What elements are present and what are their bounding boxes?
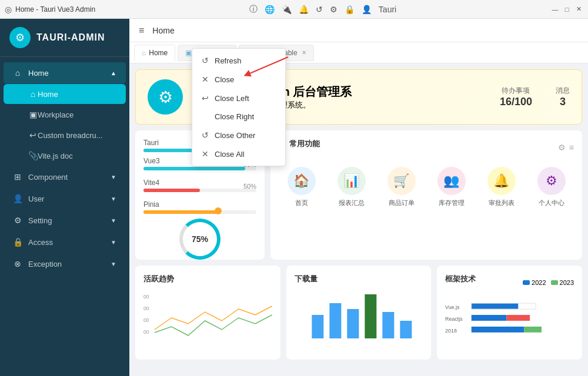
func-approval-icon: 🔔 xyxy=(487,167,516,195)
sidebar-item-exception-left: ⊗ Exception xyxy=(13,259,62,268)
func-home[interactable]: 🏠 首页 xyxy=(288,167,316,207)
menu-item-close-all[interactable]: ✕ Close All xyxy=(192,145,285,163)
hamburger-icon[interactable]: ≡ xyxy=(139,25,144,36)
svg-rect-9 xyxy=(400,321,412,338)
lock-icon[interactable]: 🔒 xyxy=(345,5,355,14)
stat-message-value: 3 xyxy=(556,96,570,108)
circle-progress: 75% xyxy=(179,219,220,260)
banner-icon: ⚙ xyxy=(148,79,183,115)
prog-vue3-bg xyxy=(143,167,256,170)
tab-custom-table-close[interactable]: ✕ xyxy=(302,49,306,56)
menu-icon[interactable]: ≡ xyxy=(569,143,574,152)
titlebar: ◎ Home - Tauri Vue3 Admin ⓘ 🌐 🔌 🔔 ↺ ⚙ 🔒 … xyxy=(0,0,588,19)
func-profile[interactable]: ⚙ 个人中心 xyxy=(537,167,566,207)
sidebar-item-home-sub[interactable]: ⌂ Home xyxy=(4,84,126,104)
prog-vite4-label: Vite4 xyxy=(143,179,256,187)
exception-nav-icon: ⊗ xyxy=(13,259,22,268)
sidebar-item-access[interactable]: 🔒 Access ▼ xyxy=(4,231,126,253)
minimize-button[interactable]: — xyxy=(550,5,560,14)
menu-item-refresh-label: Refresh xyxy=(215,56,242,65)
sidebar-item-workplace[interactable]: ▣ Workplace xyxy=(4,105,126,125)
menu-item-close-right[interactable]: Close Right xyxy=(192,108,285,126)
sidebar-item-setting-label: Setting xyxy=(28,216,52,225)
tab-home[interactable]: ⌂ Home xyxy=(134,45,175,61)
home-sub-icon: ⌂ xyxy=(28,89,38,99)
user-arrow-icon: ▼ xyxy=(111,196,116,202)
titlebar-title: Home - Tauri Vue3 Admin xyxy=(15,5,95,14)
sidebar-item-breadcrumb-label: Custom breadcru... xyxy=(38,131,103,140)
sidebar-item-custom-breadcrumb[interactable]: ↩ Custom breadcru... xyxy=(4,125,126,145)
titlebar-controls: — □ ✕ xyxy=(550,5,583,14)
avatar[interactable]: 👤 xyxy=(362,5,372,14)
func-report[interactable]: 📊 报表汇总 xyxy=(338,167,366,207)
circle-progress-value: 75% xyxy=(192,234,208,244)
sidebar-item-home[interactable]: ⌂ Home ▲ xyxy=(4,62,126,83)
menu-item-close-other[interactable]: ↺ Close Other xyxy=(192,126,285,145)
sidebar-item-user[interactable]: 👤 User ▼ xyxy=(4,188,126,209)
sidebar-item-vite-label: Vite.js doc xyxy=(38,152,73,160)
gear-icon[interactable]: ⚙ xyxy=(558,143,566,152)
active-trend-title: 活跃趋势 xyxy=(143,274,272,284)
func-report-icon: 📊 xyxy=(338,167,366,195)
svg-text:00: 00 xyxy=(143,329,149,335)
svg-text:00: 00 xyxy=(143,317,149,323)
menu-item-close-other-label: Close Other xyxy=(215,131,255,140)
menu-item-close[interactable]: ✕ Close xyxy=(192,70,285,89)
func-order[interactable]: 🛒 商品订单 xyxy=(387,167,416,207)
close-button[interactable]: ✕ xyxy=(574,5,583,14)
refresh-icon[interactable]: ↺ xyxy=(316,5,323,14)
func-inventory-icon: 👥 xyxy=(437,167,466,195)
globe-icon[interactable]: 🌐 xyxy=(265,5,275,14)
plugin-icon[interactable]: 🔌 xyxy=(282,5,292,14)
func-inventory-label: 库存管理 xyxy=(439,199,465,207)
access-nav-icon: 🔒 xyxy=(13,237,22,247)
notification-icon[interactable]: 🔔 xyxy=(299,5,309,14)
func-order-label: 商品订单 xyxy=(389,199,415,207)
vite-icon: 📎 xyxy=(28,151,38,160)
circle-progress-container: 75% xyxy=(143,219,256,260)
framework-card-header: 框架技术 2022 2023 xyxy=(445,274,574,291)
sidebar-item-exception[interactable]: ⊗ Exception ▼ xyxy=(4,253,126,274)
functions-header-icons: ⚙ ≡ xyxy=(558,143,574,152)
logo-icon: ⚙ xyxy=(9,27,31,48)
workplace-icon: ▣ xyxy=(28,110,38,119)
close-menu-icon: ✕ xyxy=(201,75,210,84)
func-order-icon: 🛒 xyxy=(387,167,416,195)
func-inventory[interactable]: 👥 库存管理 xyxy=(437,167,466,207)
sidebar-item-vite-doc[interactable]: 📎 Vite.js doc xyxy=(4,146,126,166)
user-nav-icon: 👤 xyxy=(13,194,22,203)
tab-all-table-icon: ▣ xyxy=(185,49,192,57)
svg-rect-11 xyxy=(472,303,519,309)
close-other-menu-icon: ↺ xyxy=(201,130,210,140)
func-approval[interactable]: 🔔 审批列表 xyxy=(487,167,516,207)
settings-icon[interactable]: ⚙ xyxy=(330,5,338,14)
sidebar-nav: ⌂ Home ▲ ⌂ Home ▣ Workplace ↩ Custom bre… xyxy=(0,57,129,376)
svg-rect-17 xyxy=(472,327,524,333)
menu-item-close-left[interactable]: ↩ Close Left xyxy=(192,89,285,108)
prog-pinia-label: Pinia xyxy=(143,200,256,209)
svg-rect-8 xyxy=(382,312,394,338)
menu-item-refresh[interactable]: ↺ Refresh xyxy=(192,51,285,70)
menu-item-close-right-label: Close Right xyxy=(215,112,254,121)
legend-2022-label: 2022 xyxy=(532,279,546,286)
active-trend-chart: 00 00 00 00 xyxy=(143,291,272,344)
sidebar-item-setting-left: ⚙ Setting xyxy=(13,216,52,225)
home-arrow-icon: ▲ xyxy=(111,70,116,76)
func-home-label: 首页 xyxy=(295,199,308,207)
svg-text:Reactjs: Reactjs xyxy=(445,316,463,322)
prog-vue3-bar xyxy=(143,167,245,170)
sidebar-item-exception-label: Exception xyxy=(28,260,62,268)
info-icon[interactable]: ⓘ xyxy=(249,4,258,15)
sidebar-item-component-label: Component xyxy=(28,173,68,182)
sidebar-item-component[interactable]: ⊞ Component ▼ xyxy=(4,166,126,187)
tab-home-label: Home xyxy=(149,49,168,57)
maximize-button[interactable]: □ xyxy=(562,5,572,14)
framework-legend: 2022 2023 xyxy=(523,279,574,286)
sidebar-item-home-sub-label: Home xyxy=(38,90,58,99)
downloads-title: 下载量 xyxy=(295,274,423,284)
legend-2023-label: 2023 xyxy=(560,279,574,286)
titlebar-left: ◎ Home - Tauri Vue3 Admin xyxy=(5,5,95,14)
sidebar-item-setting[interactable]: ⚙ Setting ▼ xyxy=(4,210,126,231)
sidebar-item-workplace-label: Workplace xyxy=(38,110,74,119)
framework-card: 框架技术 2022 2023 Vue.js xyxy=(437,266,582,360)
